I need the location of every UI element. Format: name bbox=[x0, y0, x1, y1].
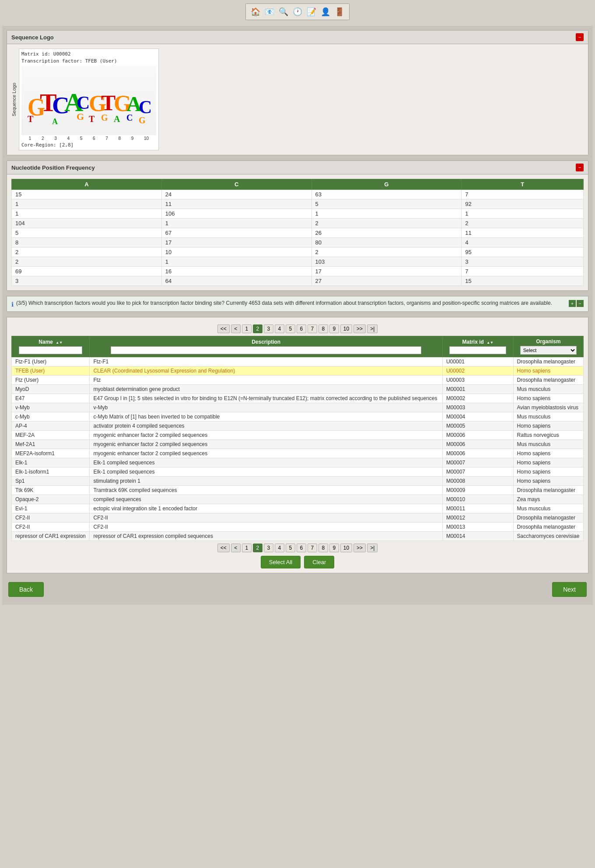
search-icon[interactable]: 🔍 bbox=[277, 6, 290, 18]
tf-organism-cell: Saccharomyces cerevisiae bbox=[513, 532, 583, 541]
matrix-filter-input[interactable] bbox=[449, 346, 506, 354]
clock-icon[interactable]: 🕐 bbox=[291, 6, 304, 18]
table-row: 104122 bbox=[12, 219, 584, 228]
back-button[interactable]: Back bbox=[8, 582, 44, 597]
svg-text:A: A bbox=[52, 117, 58, 126]
pagination-page-btn[interactable]: 3 bbox=[264, 324, 273, 333]
svg-text:T: T bbox=[28, 114, 34, 124]
table-row: Ftz-F1 (User)Ftz-F1U00001Drosophila mela… bbox=[12, 357, 584, 366]
tf-description-cell: c-Myb Matrix of [1] has been inverted to… bbox=[90, 412, 442, 422]
email-icon[interactable]: 📧 bbox=[263, 6, 276, 18]
clear-button[interactable]: Clear bbox=[304, 556, 334, 568]
tf-matrix-link[interactable]: U00002 bbox=[446, 368, 465, 374]
tf-table: Name ▲▼ Description Matrix id ▲▼ Organis… bbox=[11, 336, 584, 541]
tf-matrix-id-cell: M00006 bbox=[442, 449, 513, 458]
nucleotide-freq-collapse-btn[interactable]: − bbox=[576, 164, 584, 171]
description-filter-input[interactable] bbox=[111, 346, 421, 354]
pagination-page-btn[interactable]: 6 bbox=[297, 324, 306, 333]
edit-icon[interactable]: 📝 bbox=[305, 6, 318, 18]
home-icon[interactable]: 🏠 bbox=[249, 6, 262, 18]
seq-logo-y-label: Sequence Logo bbox=[11, 83, 17, 116]
tf-name-cell: c-Myb bbox=[12, 412, 90, 422]
table-row: CF2-IICF2-IIM00013Drosophila melanogaste… bbox=[12, 523, 584, 532]
info-text: (3/5) Which transcription factors would … bbox=[16, 300, 566, 306]
info-collapse-btn[interactable]: − bbox=[577, 300, 584, 307]
pagination-page-btn[interactable]: 1 bbox=[242, 544, 252, 552]
tf-name-link[interactable]: TFEB (User) bbox=[15, 368, 45, 374]
pagination-page-btn[interactable]: 9 bbox=[329, 324, 339, 333]
pagination-page-btn[interactable]: 4 bbox=[275, 324, 284, 333]
tf-description-cell: stimulating protein 1 bbox=[90, 477, 442, 486]
sequence-logo-collapse-btn[interactable]: − bbox=[576, 33, 584, 41]
pagination-nav-btn[interactable]: >> bbox=[354, 544, 366, 552]
info-expand-btn[interactable]: + bbox=[569, 300, 576, 307]
tf-organism-cell: Drosophila melanogaster bbox=[513, 486, 583, 495]
logout-icon[interactable]: 🚪 bbox=[333, 6, 346, 18]
matrix-sort-icon[interactable]: ▲▼ bbox=[486, 341, 494, 345]
pagination-nav-btn[interactable]: >| bbox=[367, 324, 378, 333]
tf-description-link[interactable]: CLEAR (Coordinated Lysosomal Expression … bbox=[93, 368, 235, 374]
pagination-page-btn[interactable]: 8 bbox=[318, 544, 328, 552]
table-row: 1524637 bbox=[12, 190, 584, 199]
tf-matrix-id-cell: M00005 bbox=[442, 422, 513, 431]
pagination-nav-btn[interactable]: << bbox=[217, 544, 230, 552]
organism-filter-select[interactable]: Select bbox=[520, 346, 577, 355]
name-filter-input[interactable] bbox=[19, 346, 82, 354]
pagination-page-btn[interactable]: 3 bbox=[264, 544, 273, 552]
pagination-page-btn[interactable]: 1 bbox=[242, 324, 252, 333]
pagination-page-btn[interactable]: 7 bbox=[308, 324, 317, 333]
name-sort-icon[interactable]: ▲▼ bbox=[56, 341, 63, 345]
tf-description-cell: myoblast determination gene product bbox=[90, 385, 442, 394]
main-container: Sequence Logo − Sequence Logo Matrix id:… bbox=[2, 26, 593, 605]
pagination-nav-btn[interactable]: >> bbox=[354, 324, 366, 333]
pagination-page-btn[interactable]: 5 bbox=[286, 324, 295, 333]
select-all-button[interactable]: Select All bbox=[261, 556, 301, 568]
pagination-nav-btn[interactable]: < bbox=[231, 324, 241, 333]
seq-logo-matrix-id: Matrix id: U00002 bbox=[21, 51, 156, 57]
sequence-logo-header: Sequence Logo − bbox=[7, 31, 588, 44]
freq-header-c: C bbox=[161, 179, 312, 190]
user-icon[interactable]: 👤 bbox=[319, 6, 332, 18]
tf-description-cell: CF2-II bbox=[90, 523, 442, 532]
pagination-nav-btn[interactable]: < bbox=[231, 544, 241, 552]
pagination-page-btn[interactable]: 9 bbox=[329, 544, 339, 552]
table-row: CF2-IICF2-IIM00012Drosophila melanogaste… bbox=[12, 513, 584, 523]
table-row: Evi-1ectopic viral integration site 1 en… bbox=[12, 504, 584, 513]
pagination-page-btn[interactable]: 2 bbox=[253, 324, 262, 333]
tf-header-name: Name ▲▼ bbox=[12, 336, 90, 357]
tf-name-cell: E47 bbox=[12, 394, 90, 403]
next-button[interactable]: Next bbox=[552, 582, 587, 597]
pagination-page-btn[interactable]: 10 bbox=[340, 324, 352, 333]
pagination-page-btn[interactable]: 5 bbox=[286, 544, 295, 552]
pagination-page-btn[interactable]: 8 bbox=[318, 324, 328, 333]
tf-description-cell: Tramtrack 69K compiled sequences bbox=[90, 486, 442, 495]
table-row: E47E47 Group I in [1]; 5 sites selected … bbox=[12, 394, 584, 403]
tf-description-cell: Ftz-F1 bbox=[90, 357, 442, 366]
tf-organism-cell: Homo sapiens bbox=[513, 467, 583, 477]
pagination-page-btn[interactable]: 7 bbox=[308, 544, 317, 552]
table-row: MyoDmyoblast determination gene productM… bbox=[12, 385, 584, 394]
sequence-logo-title: Sequence Logo bbox=[11, 34, 54, 41]
pagination-page-btn[interactable]: 10 bbox=[340, 544, 352, 552]
pagination-page-btn[interactable]: 6 bbox=[297, 544, 306, 552]
freq-header-g: G bbox=[312, 179, 462, 190]
tf-organism-cell: Mus musculus bbox=[513, 412, 583, 422]
tf-matrix-id-cell: M00003 bbox=[442, 403, 513, 412]
tf-name-cell: Ftz-F1 (User) bbox=[12, 357, 90, 366]
table-row: 6916177 bbox=[12, 267, 584, 276]
tf-name-cell: MEF-2A bbox=[12, 431, 90, 440]
freq-header-a: A bbox=[12, 179, 162, 190]
tf-matrix-id-cell: M00004 bbox=[442, 412, 513, 422]
tf-panel: <<<12345678910>>>| Name ▲▼ Description M… bbox=[7, 317, 588, 573]
pagination-nav-btn[interactable]: << bbox=[217, 324, 230, 333]
pagination-page-btn[interactable]: 2 bbox=[253, 544, 262, 552]
pagination-nav-btn[interactable]: >| bbox=[367, 544, 378, 552]
tf-name-cell: Elk-1-isoform1 bbox=[12, 467, 90, 477]
table-row: TFEB (User)CLEAR (Coordinated Lysosomal … bbox=[12, 366, 584, 376]
table-row: 111592 bbox=[12, 199, 584, 209]
svg-text:C: C bbox=[77, 93, 90, 113]
pagination-page-btn[interactable]: 4 bbox=[275, 544, 284, 552]
tf-organism-cell: Rattus norvegicus bbox=[513, 431, 583, 440]
table-row: 3642715 bbox=[12, 276, 584, 286]
tf-name-cell: Ttk 69K bbox=[12, 486, 90, 495]
